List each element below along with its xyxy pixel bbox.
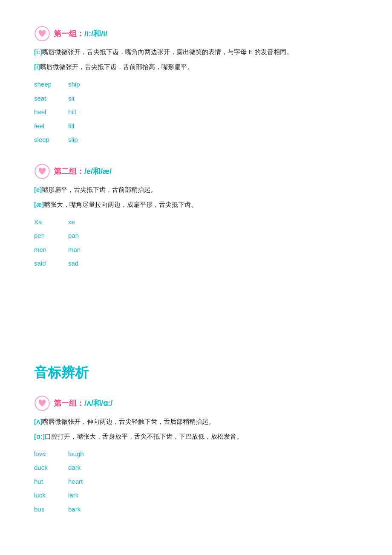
word-luck: luck xyxy=(34,489,68,502)
word-seat: seat xyxy=(34,92,68,105)
word-man: man xyxy=(68,244,102,256)
section-3-title: 第一组：/ʌ/和/ɑ:/ xyxy=(54,398,112,408)
word-bus: bus xyxy=(34,503,68,516)
word-pan: pan xyxy=(68,230,102,242)
word-sit: sit xyxy=(68,92,102,105)
section-1-word-pairs: sheep ship seat sit heel hill feel fill … xyxy=(34,78,358,146)
big-title: 音标辨析 xyxy=(34,364,358,382)
section-1: 第一组：/i:/和/i/ [i:]嘴唇微微张开，舌尖抵下齿，嘴角向两边张开，露出… xyxy=(34,26,358,146)
word-pen: pen xyxy=(34,230,68,242)
word-sad: sad xyxy=(68,257,102,270)
word-heel: heel xyxy=(34,106,68,119)
section-1-title: 第一组：/i:/和/i/ xyxy=(54,29,107,39)
word-hill: hill xyxy=(68,106,102,119)
section-2-title: 第二组：/e/和/æ/ xyxy=(54,166,112,176)
word-bark: bark xyxy=(68,503,102,516)
divider-space xyxy=(34,287,358,338)
word-ship: ship xyxy=(68,78,102,91)
word-lark: lark xyxy=(68,489,102,502)
upper-content: 第一组：/i:/和/i/ [i:]嘴唇微微张开，舌尖抵下齿，嘴角向两边张开，露出… xyxy=(34,26,358,270)
section-2-word-pairs: Xa xe pen pan men man said sad xyxy=(34,216,358,270)
section-3-word-pairs: love laugh duck dark hut heart luck lark… xyxy=(34,448,358,516)
word-duck: duck xyxy=(34,462,68,474)
word-dark: dark xyxy=(68,462,102,474)
section-2-desc-2: [æ]嘴张大，嘴角尽量拉向两边，成扁平形，舌尖抵下齿。 xyxy=(34,199,358,210)
section-1-desc-1: [i:]嘴唇微微张开，舌尖抵下齿，嘴角向两边张开，露出微笑的表情，与字母 E 的… xyxy=(34,46,358,58)
heart-icon-3 xyxy=(34,395,50,411)
word-said: said xyxy=(34,257,68,270)
heart-icon-1 xyxy=(34,26,50,42)
word-fill: fill xyxy=(68,120,102,133)
section-2-desc-1: [e]嘴形扁平，舌尖抵下齿，舌前部稍抬起。 xyxy=(34,184,358,195)
word-xe: xe xyxy=(68,216,102,228)
section-1-header: 第一组：/i:/和/i/ xyxy=(34,26,358,42)
word-xa: Xa xyxy=(34,216,68,228)
section-1-desc-2: [i]嘴唇微微张开，舌尖抵下齿，舌前部抬高，嘴形扁平。 xyxy=(34,61,358,72)
word-laugh: laugh xyxy=(68,448,102,460)
word-men: men xyxy=(34,244,68,256)
word-love: love xyxy=(34,448,68,460)
word-slip: slip xyxy=(68,134,102,146)
section-3-header: 第一组：/ʌ/和/ɑ:/ xyxy=(34,395,358,411)
section-3-desc-2: [ɑ:]口腔打开，嘴张大，舌身放平，舌尖不抵下齿，下巴放低，放松发音。 xyxy=(34,431,358,442)
section-3-desc-1: [ʌ]嘴唇微微张开，伸向两边，舌尖轻触下齿，舌后部稍稍抬起。 xyxy=(34,416,358,427)
word-heart: heart xyxy=(68,476,102,488)
section-3: 第一组：/ʌ/和/ɑ:/ [ʌ]嘴唇微微张开，伸向两边，舌尖轻触下齿，舌后部稍稍… xyxy=(34,395,358,516)
word-hut: hut xyxy=(34,476,68,488)
heart-icon-2 xyxy=(34,163,50,179)
section-2-header: 第二组：/e/和/æ/ xyxy=(34,163,358,179)
section-2: 第二组：/e/和/æ/ [e]嘴形扁平，舌尖抵下齿，舌前部稍抬起。 [æ]嘴张大… xyxy=(34,163,358,270)
word-feel: feel xyxy=(34,120,68,133)
word-sheep: sheep xyxy=(34,78,68,91)
word-sleep: sleep xyxy=(34,134,68,146)
